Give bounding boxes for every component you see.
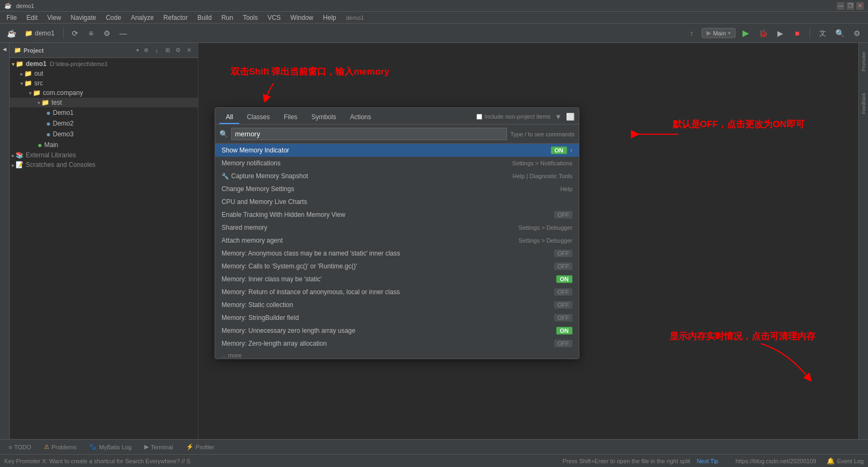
- menu-run[interactable]: Run: [217, 13, 238, 23]
- result-shortcut-capture-memory-snapshot: Help | Diagnostic Tools: [513, 173, 573, 179]
- toggle-memory-return-instance[interactable]: OFF: [554, 288, 572, 296]
- event-log-btn[interactable]: 🔔 Event Log: [827, 457, 864, 465]
- include-non-project-checkbox[interactable]: [476, 114, 482, 120]
- menu-window[interactable]: Window: [286, 13, 318, 23]
- translate-button[interactable]: 文: [815, 26, 829, 40]
- tree-item-src[interactable]: ▾ 📁 src: [10, 78, 198, 88]
- tab-all[interactable]: All: [219, 111, 239, 124]
- result-more[interactable]: ... more: [215, 350, 579, 359]
- toolbar-minimize-btn[interactable]: —: [116, 26, 130, 40]
- toggle-enable-tracking[interactable]: OFF: [554, 211, 572, 218]
- next-tip-link[interactable]: Next Tip: [697, 458, 718, 464]
- toggle-memory-zero-alloc[interactable]: OFF: [554, 340, 572, 347]
- sidebar-collapse-btn[interactable]: ⊞: [163, 46, 172, 55]
- tree-item-ext-libs[interactable]: ▸ 📚 External Libraries: [10, 150, 198, 160]
- toolbar-gear-btn[interactable]: ⚙: [100, 26, 114, 40]
- search-everywhere-button[interactable]: 🔍: [833, 26, 847, 40]
- tree-item-demo1[interactable]: ▾ 📁 demo1 D:\idea-project\demo1: [10, 59, 198, 69]
- right-promoter-btn[interactable]: Promoter: [860, 47, 867, 76]
- search-everywhere-input[interactable]: [231, 128, 507, 140]
- run-config-selector[interactable]: ▶ Main ▾: [702, 28, 735, 38]
- sidebar-close-btn[interactable]: ✕: [184, 46, 194, 55]
- toolbar-icon-btn[interactable]: ☕: [4, 26, 18, 40]
- tab-classes[interactable]: Classes: [240, 111, 276, 124]
- run-button[interactable]: ▶: [739, 26, 753, 40]
- menu-help[interactable]: Help: [319, 13, 341, 23]
- menu-file[interactable]: File: [2, 13, 21, 23]
- result-change-memory-settings[interactable]: Change Memory Settings Help: [215, 183, 579, 195]
- toggle-memory-inner-class[interactable]: ON: [556, 275, 573, 283]
- result-label-memory-anonymous-class: Memory: Anonymous class may be a named '…: [222, 250, 550, 257]
- sidebar-expand-btn[interactable]: ↕: [152, 46, 161, 55]
- tree-item-scratches[interactable]: ▸ 📝 Scratches and Consoles: [10, 160, 198, 170]
- tab-profiler[interactable]: ⚡ Profiler: [182, 441, 219, 453]
- run-config-name: Main: [713, 30, 726, 37]
- search-magnifier-icon: 🔍: [219, 130, 228, 138]
- menu-tools[interactable]: Tools: [239, 13, 262, 23]
- tab-symbols[interactable]: Symbols: [305, 111, 342, 124]
- result-capture-memory-snapshot[interactable]: 🔧 Capture Memory Snapshot Help | Diagnos…: [215, 170, 579, 183]
- result-show-memory-indicator[interactable]: Show Memory Indicator ON ›: [215, 144, 579, 157]
- restore-button[interactable]: ❐: [847, 2, 854, 10]
- result-memory-anonymous-class[interactable]: Memory: Anonymous class may be a named '…: [215, 247, 579, 260]
- toggle-memory-stringbuilder[interactable]: OFF: [554, 314, 572, 322]
- result-memory-return-instance[interactable]: Memory: Return of instance of anonymous,…: [215, 286, 579, 298]
- result-memory-stringbuilder[interactable]: Memory: StringBuilder field OFF: [215, 311, 579, 324]
- sidebar-settings-btn[interactable]: ⚙: [173, 46, 183, 55]
- result-memory-static-collection[interactable]: Memory: Static collection OFF: [215, 298, 579, 311]
- search-hint-text: Type / to see commands: [510, 131, 575, 137]
- toggle-memory-system-gc[interactable]: OFF: [554, 262, 572, 270]
- result-memory-notifications[interactable]: Memory notifications Settings > Notifica…: [215, 157, 579, 170]
- result-enable-tracking[interactable]: Enable Tracking With Hidden Memory View …: [215, 208, 579, 221]
- expand-btn[interactable]: ⬜: [566, 113, 575, 121]
- tree-item-demo3-class[interactable]: ● Demo3: [10, 129, 198, 140]
- minimize-button[interactable]: —: [837, 2, 844, 10]
- tab-todo[interactable]: ≡ TODO: [4, 442, 35, 453]
- toggle-memory-zero-length[interactable]: ON: [556, 327, 573, 334]
- menu-edit[interactable]: Edit: [22, 13, 42, 23]
- include-non-project-label[interactable]: Include non-project items: [476, 113, 550, 120]
- filter-btn[interactable]: ▼: [555, 113, 562, 121]
- tree-item-main-class[interactable]: ● Main: [10, 140, 198, 150]
- menu-navigate[interactable]: Navigate: [67, 13, 100, 23]
- toolbar-vcs-btn[interactable]: ↑: [685, 26, 698, 40]
- tab-actions[interactable]: Actions: [343, 111, 377, 124]
- tab-mybatis-log[interactable]: 🐾 MyBatis Log: [85, 441, 136, 453]
- result-attach-memory-agent[interactable]: Attach memory agent Settings > Debugger: [215, 234, 579, 247]
- menu-refactor[interactable]: Refactor: [159, 13, 192, 23]
- toolbar-sync-btn[interactable]: ⟳: [68, 26, 82, 40]
- right-feedback-btn[interactable]: Feedback: [860, 89, 867, 119]
- press-shift-hint: Press Shift+Enter to open the file in th…: [562, 458, 690, 464]
- toolbar-layout-btn[interactable]: ≡: [84, 26, 98, 40]
- toggle-memory-static-collection[interactable]: OFF: [554, 301, 572, 309]
- result-shared-memory[interactable]: Shared memory Settings > Debugger: [215, 221, 579, 234]
- tree-item-demo1-class[interactable]: ● Demo1: [10, 107, 198, 118]
- window-title: demo1: [16, 3, 34, 9]
- tree-item-demo2-class[interactable]: ● Demo2: [10, 118, 198, 129]
- menu-analyze[interactable]: Analyze: [127, 13, 158, 23]
- coverage-button[interactable]: ▶: [773, 26, 787, 40]
- result-memory-inner-class[interactable]: Memory: Inner class may be 'static' ON: [215, 273, 579, 286]
- tree-item-out[interactable]: ▸ 📁 out: [10, 69, 198, 78]
- menu-code[interactable]: Code: [101, 13, 126, 23]
- close-button[interactable]: ✕: [856, 2, 864, 10]
- toggle-show-memory-indicator[interactable]: ON: [551, 147, 568, 154]
- result-memory-zero-alloc[interactable]: Memory: Zero-length array allocation OFF: [215, 337, 579, 350]
- menu-vcs[interactable]: VCS: [263, 13, 285, 23]
- tree-item-company[interactable]: ▾ 📁 com.company: [10, 88, 198, 98]
- tab-files[interactable]: Files: [277, 111, 304, 124]
- settings-button[interactable]: ⚙: [850, 26, 864, 40]
- tree-item-test[interactable]: ▾ 📁 test: [10, 98, 198, 107]
- toggle-memory-anonymous-class[interactable]: OFF: [554, 250, 572, 257]
- result-memory-system-gc[interactable]: Memory: Calls to 'System.gc()' or 'Runti…: [215, 260, 579, 273]
- menu-view[interactable]: View: [43, 13, 65, 23]
- tab-terminal[interactable]: ▶ Terminal: [140, 441, 178, 453]
- sidebar-locate-btn[interactable]: ⊕: [141, 46, 151, 55]
- result-memory-zero-length[interactable]: Memory: Unnecessary zero length array us…: [215, 324, 579, 337]
- debug-button[interactable]: 🐞: [756, 26, 770, 40]
- left-edge-project-btn[interactable]: ▶: [0, 45, 10, 55]
- menu-build[interactable]: Build: [193, 13, 216, 23]
- stop-button[interactable]: ■: [790, 26, 804, 40]
- result-cpu-memory-charts[interactable]: CPU and Memory Live Charts: [215, 195, 579, 208]
- tab-problems[interactable]: ⚠ Problems: [40, 441, 80, 453]
